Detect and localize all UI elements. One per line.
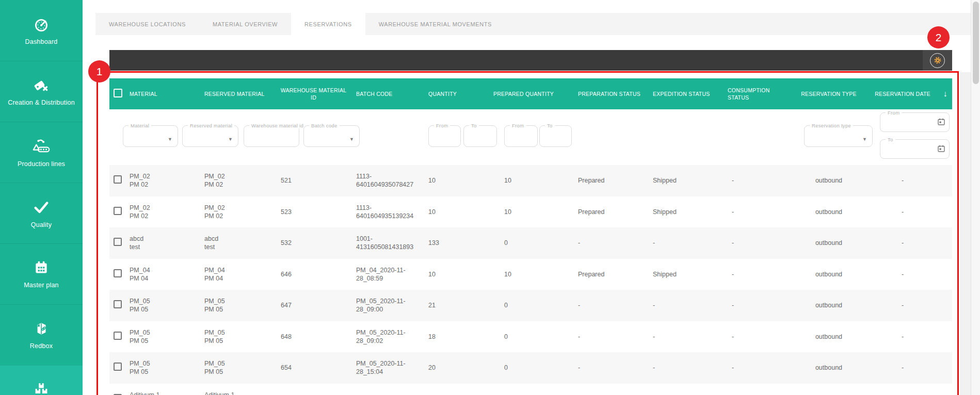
- cell-reserved-material: abcdtest: [203, 235, 279, 252]
- filter-to-text[interactable]: To: [463, 125, 497, 147]
- cell-consumption-status: -: [713, 176, 791, 185]
- cell-reservation-type: outbound: [791, 208, 867, 216]
- cell-reservation-type: outbound: [791, 176, 867, 185]
- filter-from-text[interactable]: From: [428, 125, 461, 147]
- cell-preparation-status: -: [564, 364, 638, 372]
- sidebar-item-quality[interactable]: Quality: [0, 183, 83, 243]
- cell-reservation-date: -: [867, 176, 938, 185]
- sidebar-item-label: Production lines: [18, 160, 65, 168]
- filter-reserved-material-input[interactable]: [187, 128, 234, 144]
- column-header-material[interactable]: MATERIAL: [128, 90, 203, 97]
- gear-icon: [930, 53, 945, 68]
- filter-reservation-type-select[interactable]: Reservation type▼: [804, 125, 873, 147]
- filter-from-input[interactable]: [433, 128, 456, 144]
- sidebar-item-dashboard[interactable]: Dashboard: [0, 0, 83, 61]
- column-header-batch-code[interactable]: BATCH CODE: [348, 90, 424, 97]
- sidebar-item-production-lines[interactable]: Production lines: [0, 122, 83, 183]
- table-row[interactable]: PM_02PM 02PM_02PM 025231113-640160493513…: [109, 196, 952, 228]
- filter-from-input[interactable]: [885, 115, 945, 129]
- sidebar-item-warehouses[interactable]: Warehouses: [0, 365, 83, 395]
- sidebar-item-master-plan[interactable]: Master plan: [0, 243, 83, 304]
- filter-from-input[interactable]: [509, 128, 533, 144]
- cell-reserved-material: PM_05PM 05: [203, 297, 279, 314]
- row-checkbox[interactable]: [114, 300, 122, 308]
- sidebar: DashboardCreation & DistributionProducti…: [0, 0, 83, 395]
- filter-row: Material▼Reserved material▼Warehouse mat…: [109, 109, 952, 165]
- filter-from-text[interactable]: From: [504, 125, 538, 147]
- cell-quantity: 133: [424, 239, 484, 247]
- sidebar-item-creation-and-distribution[interactable]: Creation & Distribution: [0, 61, 83, 122]
- select-all-checkbox[interactable]: [114, 89, 122, 97]
- column-header-reserved-material[interactable]: RESERVED MATERIAL: [203, 90, 279, 97]
- cell-expedition-status: Shipped: [638, 176, 713, 185]
- filter-reservation-type-input[interactable]: [809, 128, 868, 144]
- table-row[interactable]: PM_05PM 05PM_05PM 05647PM_05_2020-11-28_…: [109, 290, 952, 321]
- filter-to-input[interactable]: [885, 142, 945, 156]
- cell-quantity: 18: [424, 333, 484, 341]
- column-header-reservation-date[interactable]: RESERVATION DATE: [867, 90, 938, 97]
- table-row[interactable]: PM_04PM 04PM_04PM 04646PM_04_2020-11-28_…: [109, 259, 952, 290]
- table-row[interactable]: PM_02PM 02PM_02PM 025211113-640160493507…: [109, 165, 952, 196]
- filter-batch-code-input[interactable]: [308, 128, 355, 144]
- column-header-warehouse-material-id[interactable]: WAREHOUSE MATERIAL ID: [279, 87, 348, 101]
- filter-warehouse-material-id-input[interactable]: [248, 128, 295, 144]
- row-checkbox[interactable]: [114, 269, 122, 277]
- filter-to-date[interactable]: To: [880, 139, 950, 159]
- settings-button[interactable]: [923, 50, 952, 71]
- cell-reserved-material: PM_02PM 02: [203, 172, 279, 189]
- tab-reservations[interactable]: RESERVATIONS: [291, 13, 365, 35]
- cell-expedition-status: -: [638, 239, 713, 247]
- row-checkbox[interactable]: [114, 207, 122, 215]
- filter-to-input[interactable]: [468, 128, 492, 144]
- column-header-prepared-quantity[interactable]: PREPARED QUANTITY: [484, 90, 564, 97]
- chevron-down-icon: ▼: [862, 137, 867, 142]
- cell-reservation-type: outbound: [791, 301, 867, 309]
- table-body: PM_02PM 02PM_02PM 025211113-640160493507…: [109, 165, 952, 395]
- column-header-reservation-type[interactable]: RESERVATION TYPE: [791, 90, 867, 97]
- column-header-expedition-status[interactable]: EXPEDITION STATUS: [638, 90, 713, 97]
- row-checkbox[interactable]: [114, 363, 122, 371]
- cell-batch-code: 1113-6401604935078427: [348, 172, 424, 189]
- row-checkbox[interactable]: [114, 175, 122, 184]
- calendar-icon[interactable]: [938, 145, 945, 152]
- table-row[interactable]: PM_05PM 05PM_05PM 05654PM_05_2020-11-28_…: [109, 352, 952, 384]
- table-row[interactable]: abcdtestabcdtest5321001-4131605081431893…: [109, 227, 952, 259]
- filter-material-input[interactable]: [127, 128, 173, 144]
- column-header-consumption-status[interactable]: CONSUMPTION STATUS: [713, 87, 791, 101]
- cell-material: PM_05PM 05: [128, 297, 203, 314]
- filter-warehouse-material-id-text[interactable]: Warehouse material id: [244, 125, 299, 147]
- filter-batch-code-select[interactable]: Batch code▼: [303, 125, 360, 147]
- sidebar-item-redbox[interactable]: Redbox: [0, 304, 83, 365]
- cell-reserved-material: Aditivum 1Aditivum 1: [203, 391, 279, 395]
- filter-from-date[interactable]: From: [880, 112, 950, 132]
- filter-material-select[interactable]: Material▼: [123, 125, 178, 147]
- cell-quantity: 10: [424, 176, 484, 185]
- row-checkbox[interactable]: [114, 238, 122, 246]
- vertical-scrollbar[interactable]: [971, 0, 980, 395]
- table-row[interactable]: PM_05PM 05PM_05PM 05648PM_05_2020-11-28_…: [109, 321, 952, 353]
- column-header-quantity[interactable]: QUANTITY: [424, 90, 484, 97]
- tab-warehouse-locations[interactable]: WAREHOUSE LOCATIONS: [95, 13, 199, 35]
- cell-reservation-date: -: [867, 239, 938, 247]
- cell-prepared-quantity: 10: [484, 176, 564, 185]
- row-checkbox[interactable]: [114, 332, 122, 340]
- sidebar-item-label: Master plan: [24, 282, 59, 289]
- calendar-icon[interactable]: [938, 118, 945, 125]
- cell-reservation-date: -: [867, 270, 938, 278]
- column-header-select: [114, 89, 128, 99]
- cell-preparation-status: Prepared: [564, 176, 638, 185]
- scrollbar-thumb[interactable]: [973, 2, 979, 84]
- cell-material: PM_05PM 05: [128, 328, 203, 345]
- cell-expedition-status: Shipped: [638, 270, 713, 278]
- cell-reservation-type: outbound: [791, 270, 867, 278]
- tab-warehouse-material-movements[interactable]: WAREHOUSE MATERIAL MOVEMENTS: [365, 13, 505, 35]
- sort-descending-icon[interactable]: ↓: [943, 89, 947, 98]
- tab-material-overview[interactable]: MATERIAL OVERVIEW: [199, 13, 291, 35]
- column-header-preparation-status[interactable]: PREPARATION STATUS: [564, 90, 638, 97]
- table-row[interactable]: Aditivum 1Aditivum 1Aditivum 1Aditivum 1…: [109, 384, 952, 395]
- filter-reserved-material-select[interactable]: Reserved material▼: [182, 125, 238, 147]
- filter-to-input[interactable]: [544, 128, 567, 144]
- cell-prepared-quantity: 10: [484, 208, 564, 216]
- chevron-down-icon: ▼: [349, 137, 354, 142]
- filter-to-text[interactable]: To: [539, 125, 572, 147]
